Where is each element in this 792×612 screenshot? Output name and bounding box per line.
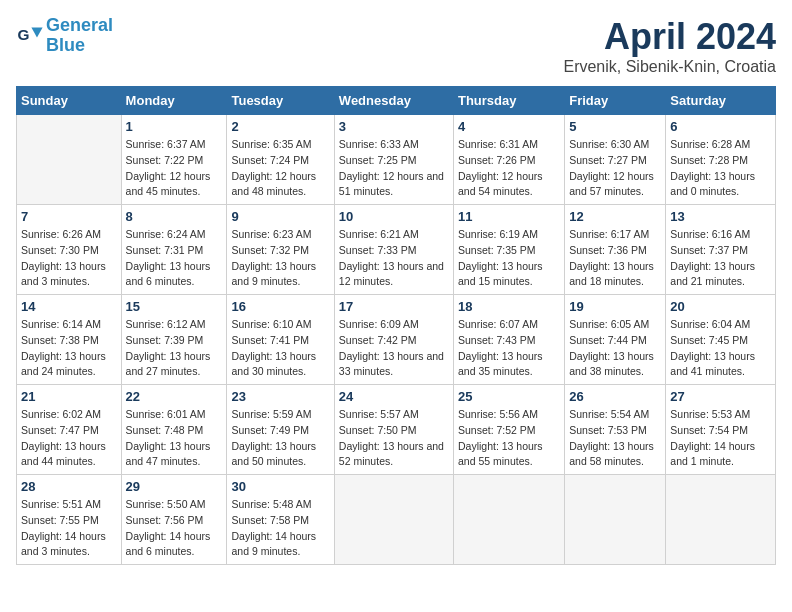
calendar-week-5: 28Sunrise: 5:51 AMSunset: 7:55 PMDayligh… [17, 475, 776, 565]
calendar-week-2: 7Sunrise: 6:26 AMSunset: 7:30 PMDaylight… [17, 205, 776, 295]
day-info: Sunrise: 5:48 AMSunset: 7:58 PMDaylight:… [231, 497, 329, 560]
day-number: 7 [21, 209, 117, 224]
calendar-cell: 11Sunrise: 6:19 AMSunset: 7:35 PMDayligh… [453, 205, 564, 295]
day-info: Sunrise: 6:31 AMSunset: 7:26 PMDaylight:… [458, 137, 560, 200]
calendar-cell: 27Sunrise: 5:53 AMSunset: 7:54 PMDayligh… [666, 385, 776, 475]
calendar-cell [334, 475, 453, 565]
calendar-cell: 2Sunrise: 6:35 AMSunset: 7:24 PMDaylight… [227, 115, 334, 205]
day-info: Sunrise: 5:54 AMSunset: 7:53 PMDaylight:… [569, 407, 661, 470]
day-number: 20 [670, 299, 771, 314]
day-info: Sunrise: 5:56 AMSunset: 7:52 PMDaylight:… [458, 407, 560, 470]
calendar-cell: 21Sunrise: 6:02 AMSunset: 7:47 PMDayligh… [17, 385, 122, 475]
day-number: 13 [670, 209, 771, 224]
page-header: G GeneralBlue April 2024 Ervenik, Sibeni… [16, 16, 776, 76]
calendar-cell: 24Sunrise: 5:57 AMSunset: 7:50 PMDayligh… [334, 385, 453, 475]
calendar-cell: 20Sunrise: 6:04 AMSunset: 7:45 PMDayligh… [666, 295, 776, 385]
day-info: Sunrise: 6:02 AMSunset: 7:47 PMDaylight:… [21, 407, 117, 470]
calendar-cell: 17Sunrise: 6:09 AMSunset: 7:42 PMDayligh… [334, 295, 453, 385]
day-number: 12 [569, 209, 661, 224]
calendar-cell: 23Sunrise: 5:59 AMSunset: 7:49 PMDayligh… [227, 385, 334, 475]
calendar-cell [565, 475, 666, 565]
day-info: Sunrise: 6:35 AMSunset: 7:24 PMDaylight:… [231, 137, 329, 200]
day-number: 17 [339, 299, 449, 314]
calendar-cell: 16Sunrise: 6:10 AMSunset: 7:41 PMDayligh… [227, 295, 334, 385]
calendar-cell: 19Sunrise: 6:05 AMSunset: 7:44 PMDayligh… [565, 295, 666, 385]
day-info: Sunrise: 6:12 AMSunset: 7:39 PMDaylight:… [126, 317, 223, 380]
day-info: Sunrise: 5:59 AMSunset: 7:49 PMDaylight:… [231, 407, 329, 470]
calendar-cell: 15Sunrise: 6:12 AMSunset: 7:39 PMDayligh… [121, 295, 227, 385]
calendar-cell: 30Sunrise: 5:48 AMSunset: 7:58 PMDayligh… [227, 475, 334, 565]
calendar-cell: 8Sunrise: 6:24 AMSunset: 7:31 PMDaylight… [121, 205, 227, 295]
calendar-cell: 28Sunrise: 5:51 AMSunset: 7:55 PMDayligh… [17, 475, 122, 565]
calendar-title: April 2024 [563, 16, 776, 58]
day-info: Sunrise: 6:14 AMSunset: 7:38 PMDaylight:… [21, 317, 117, 380]
day-info: Sunrise: 6:26 AMSunset: 7:30 PMDaylight:… [21, 227, 117, 290]
header-day-thursday: Thursday [453, 87, 564, 115]
calendar-cell: 4Sunrise: 6:31 AMSunset: 7:26 PMDaylight… [453, 115, 564, 205]
calendar-cell: 6Sunrise: 6:28 AMSunset: 7:28 PMDaylight… [666, 115, 776, 205]
day-info: Sunrise: 6:10 AMSunset: 7:41 PMDaylight:… [231, 317, 329, 380]
calendar-cell: 13Sunrise: 6:16 AMSunset: 7:37 PMDayligh… [666, 205, 776, 295]
calendar-body: 1Sunrise: 6:37 AMSunset: 7:22 PMDaylight… [17, 115, 776, 565]
day-info: Sunrise: 6:19 AMSunset: 7:35 PMDaylight:… [458, 227, 560, 290]
header-day-saturday: Saturday [666, 87, 776, 115]
day-info: Sunrise: 6:30 AMSunset: 7:27 PMDaylight:… [569, 137, 661, 200]
calendar-cell [453, 475, 564, 565]
day-number: 10 [339, 209, 449, 224]
day-info: Sunrise: 5:57 AMSunset: 7:50 PMDaylight:… [339, 407, 449, 470]
day-info: Sunrise: 6:16 AMSunset: 7:37 PMDaylight:… [670, 227, 771, 290]
day-info: Sunrise: 6:24 AMSunset: 7:31 PMDaylight:… [126, 227, 223, 290]
calendar-cell [17, 115, 122, 205]
day-number: 27 [670, 389, 771, 404]
day-number: 29 [126, 479, 223, 494]
day-info: Sunrise: 5:50 AMSunset: 7:56 PMDaylight:… [126, 497, 223, 560]
svg-marker-1 [31, 27, 42, 37]
day-info: Sunrise: 6:33 AMSunset: 7:25 PMDaylight:… [339, 137, 449, 200]
day-number: 21 [21, 389, 117, 404]
header-row: SundayMondayTuesdayWednesdayThursdayFrid… [17, 87, 776, 115]
logo-text: GeneralBlue [46, 16, 113, 56]
logo-icon: G [16, 22, 44, 50]
calendar-week-1: 1Sunrise: 6:37 AMSunset: 7:22 PMDaylight… [17, 115, 776, 205]
day-number: 2 [231, 119, 329, 134]
day-number: 8 [126, 209, 223, 224]
day-info: Sunrise: 6:07 AMSunset: 7:43 PMDaylight:… [458, 317, 560, 380]
calendar-cell: 18Sunrise: 6:07 AMSunset: 7:43 PMDayligh… [453, 295, 564, 385]
day-number: 4 [458, 119, 560, 134]
calendar-cell: 9Sunrise: 6:23 AMSunset: 7:32 PMDaylight… [227, 205, 334, 295]
header-day-wednesday: Wednesday [334, 87, 453, 115]
day-info: Sunrise: 6:17 AMSunset: 7:36 PMDaylight:… [569, 227, 661, 290]
day-number: 5 [569, 119, 661, 134]
logo: G GeneralBlue [16, 16, 113, 56]
day-info: Sunrise: 5:53 AMSunset: 7:54 PMDaylight:… [670, 407, 771, 470]
header-day-tuesday: Tuesday [227, 87, 334, 115]
calendar-cell: 14Sunrise: 6:14 AMSunset: 7:38 PMDayligh… [17, 295, 122, 385]
calendar-cell: 3Sunrise: 6:33 AMSunset: 7:25 PMDaylight… [334, 115, 453, 205]
day-info: Sunrise: 6:37 AMSunset: 7:22 PMDaylight:… [126, 137, 223, 200]
header-day-monday: Monday [121, 87, 227, 115]
day-number: 9 [231, 209, 329, 224]
svg-text:G: G [17, 26, 29, 43]
day-info: Sunrise: 6:09 AMSunset: 7:42 PMDaylight:… [339, 317, 449, 380]
title-block: April 2024 Ervenik, Sibenik-Knin, Croati… [563, 16, 776, 76]
day-number: 25 [458, 389, 560, 404]
day-number: 6 [670, 119, 771, 134]
day-info: Sunrise: 6:23 AMSunset: 7:32 PMDaylight:… [231, 227, 329, 290]
calendar-cell: 29Sunrise: 5:50 AMSunset: 7:56 PMDayligh… [121, 475, 227, 565]
calendar-week-3: 14Sunrise: 6:14 AMSunset: 7:38 PMDayligh… [17, 295, 776, 385]
day-info: Sunrise: 6:01 AMSunset: 7:48 PMDaylight:… [126, 407, 223, 470]
calendar-header: SundayMondayTuesdayWednesdayThursdayFrid… [17, 87, 776, 115]
day-number: 26 [569, 389, 661, 404]
day-number: 30 [231, 479, 329, 494]
day-number: 15 [126, 299, 223, 314]
day-info: Sunrise: 6:28 AMSunset: 7:28 PMDaylight:… [670, 137, 771, 200]
header-day-sunday: Sunday [17, 87, 122, 115]
day-number: 23 [231, 389, 329, 404]
calendar-subtitle: Ervenik, Sibenik-Knin, Croatia [563, 58, 776, 76]
calendar-cell: 1Sunrise: 6:37 AMSunset: 7:22 PMDaylight… [121, 115, 227, 205]
day-number: 18 [458, 299, 560, 314]
day-info: Sunrise: 6:05 AMSunset: 7:44 PMDaylight:… [569, 317, 661, 380]
day-info: Sunrise: 5:51 AMSunset: 7:55 PMDaylight:… [21, 497, 117, 560]
day-number: 14 [21, 299, 117, 314]
calendar-cell [666, 475, 776, 565]
